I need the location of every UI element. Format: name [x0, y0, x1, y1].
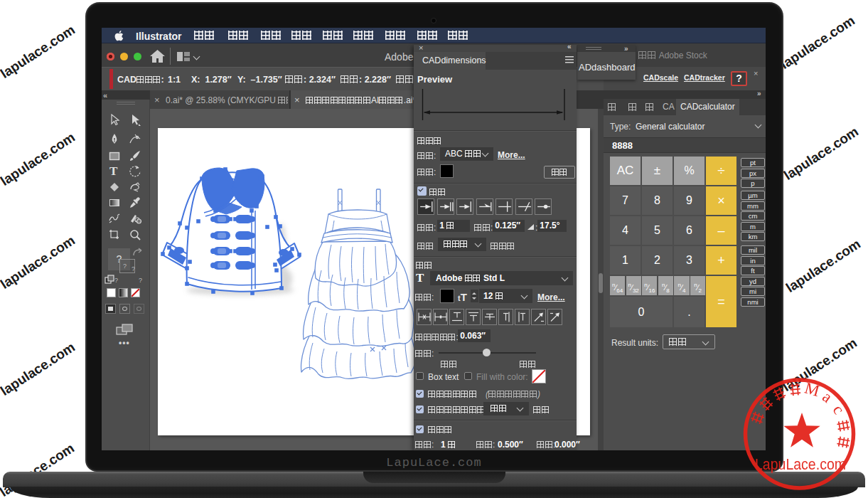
svg-text:c: c — [830, 402, 849, 418]
svg-text:a: a — [819, 388, 835, 406]
svg-text:LapuLace.com: LapuLace.com — [755, 455, 846, 473]
